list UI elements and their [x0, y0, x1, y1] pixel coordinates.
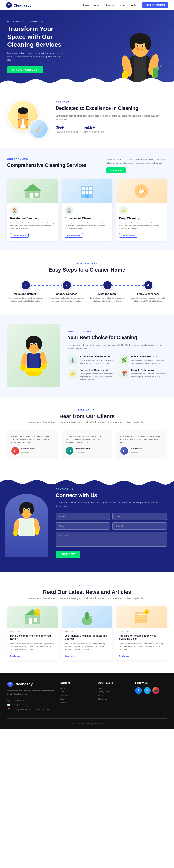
blog-date-1: APRIL 2025 [10, 631, 55, 633]
step-title-3: Meet the Team [89, 292, 126, 295]
svg-point-67 [19, 504, 23, 514]
author-info-3: Lars Peeters Customer [130, 447, 143, 454]
footer-email-text: hello@cleanasoy.com [12, 704, 31, 706]
feature-icon-2: 🌿 [119, 355, 129, 365]
svg-point-77 [34, 609, 40, 616]
blog-read-button-3[interactable]: Read more [119, 655, 129, 657]
contact-message-input[interactable] [56, 532, 167, 547]
svg-point-22 [18, 107, 28, 114]
footer-link-disclaimer[interactable]: Disclaimer [98, 698, 130, 700]
blog-img-2 [62, 606, 112, 628]
services-title: Comprehensive Cleaning Services [7, 162, 106, 168]
footer-link-faq[interactable]: FAQ [98, 687, 130, 689]
footer-phone-text: +1 (555) 456-7890 [12, 699, 28, 701]
navbar: Cleanasoy Home About Services Team Conta… [0, 0, 174, 10]
step-desc-3: Lorem ipsum dolor sit amet, consectetur … [89, 297, 126, 303]
contact-subject-input[interactable] [112, 522, 167, 530]
svg-point-62 [13, 530, 18, 536]
brand-name: Cleanasoy [13, 3, 32, 7]
blog-post-title-2: Eco-Friendly Cleaning: Products and Meth… [65, 634, 109, 641]
blog-tag: BLOG POST [7, 585, 167, 587]
footer-link-about[interactable]: About [61, 691, 92, 693]
contact-name-input[interactable] [56, 513, 110, 520]
testimonials-description: Lorem ipsum dolor sit amet, consectetur … [7, 421, 167, 424]
hero-section: WELCOME TO CLEANASOY Transform Your Spac… [0, 10, 174, 88]
nav-cta-button[interactable]: GET IN TOUCH [142, 2, 168, 8]
blog-date-2: MAY 2025 [65, 631, 109, 633]
svg-rect-80 [137, 614, 146, 615]
services-more-button[interactable]: SEE MORE [106, 167, 126, 173]
feature-text-4: Flexible Scheduling Lorem ipsum dolor si… [131, 369, 167, 378]
hero-cta-button[interactable]: MAKE APPOINTMENT [7, 66, 43, 73]
feature-desc-1: Lorem ipsum dolor sit amet, consectetur … [80, 359, 115, 365]
svg-point-52 [26, 338, 30, 349]
contact-phone-input[interactable] [56, 522, 110, 530]
blog-read-button-2[interactable]: Read more [65, 655, 74, 657]
blog-read-button-1[interactable]: Read more [10, 655, 20, 657]
svg-point-85 [10, 682, 11, 683]
feature-desc-4: Lorem ipsum dolor sit amet, consectetur … [131, 372, 167, 378]
features-grid: 👔 Experienced Professionals Lorem ipsum … [68, 355, 167, 381]
footer-link-contact[interactable]: Contact [61, 702, 92, 704]
twitter-icon[interactable]: 𝕏 [144, 687, 150, 694]
footer-email: ✉️ hello@cleanasoy.com [7, 703, 55, 707]
svg-rect-81 [137, 616, 144, 617]
deep-img-svg [132, 181, 151, 201]
footer-link-services[interactable]: Services [61, 694, 92, 696]
contact-email-input[interactable] [112, 513, 167, 520]
svg-rect-33 [85, 187, 89, 190]
testimonial-author-2: B Benjamin Shah Customer [66, 447, 108, 455]
service-card-commercial: 🏢 Commercial Cleaning Lorem ipsum dolor … [62, 179, 112, 241]
nav-contact[interactable]: Contact [129, 4, 138, 6]
testimonials-tag: TESTIMONIAL [7, 409, 167, 411]
contact-submit-button[interactable]: SEND NOW [56, 551, 80, 558]
service-card-img-1 [7, 179, 58, 203]
contact-tag: CONTACT US [56, 488, 167, 490]
service-icon-2: 🏢 [65, 206, 73, 215]
nav-team[interactable]: Team [119, 4, 126, 6]
step-4: 4 Enjoy Cleanliness Lorem ipsum dolor si… [130, 280, 167, 303]
footer-about-column: Cleanasoy Lorem ipsum dolor sit amet, co… [7, 681, 55, 712]
footer-link-blog[interactable]: Blog [61, 698, 92, 700]
service-card-img-2 [62, 179, 112, 203]
stat-customers-label: HAPPY CUSTOMER [84, 131, 104, 134]
contact-description: Lorem ipsum dolor sit amet, consectetur … [56, 501, 167, 508]
testimonial-text-3: Exceptional service each and every time.… [120, 435, 163, 444]
nav-about[interactable]: About [94, 4, 101, 6]
service-cta-3[interactable]: LEARN MORE [119, 233, 138, 238]
blog-post-title-3: Top Tips for Keeping Your Home Sparkling… [119, 634, 164, 641]
services-tag: OUR SERVICES [7, 158, 106, 160]
blog-section: BLOG POST Read Our Latest News and Artic… [0, 572, 174, 673]
step-num-3: 3 [103, 280, 112, 290]
why-person-svg [14, 329, 53, 382]
footer-link-terms[interactable]: Terms [98, 694, 130, 696]
svg-rect-82 [137, 618, 145, 619]
step-num-1: 1 [21, 280, 31, 290]
footer-link-home[interactable]: Home [61, 687, 92, 689]
testimonial-text-2: Friendly team and excellent results. The… [66, 435, 108, 444]
feature-2: 🌿 Eco-Friendly Products Lorem ipsum dolo… [119, 355, 167, 365]
feature-icon-3: ⭐ [68, 369, 77, 378]
why-tag: WHY CHOOSE US [68, 330, 167, 333]
cloud-wave [0, 76, 174, 88]
about-secondary-image: 🧹 [29, 119, 48, 138]
svg-rect-36 [85, 191, 89, 194]
email-icon: ✉️ [7, 703, 11, 707]
contact-section: CONTACT US Connect with Us Lorem ipsum d… [0, 476, 174, 572]
feature-icon-1: 👔 [68, 355, 77, 365]
about-section: 🧹 ABOUT US Dedicated to Excellence in Cl… [0, 88, 174, 148]
author-role-1: Customer [21, 452, 30, 454]
nav-services[interactable]: Services [105, 4, 115, 6]
footer-explore-column: Explore Home About Services Blog Contact [61, 681, 92, 712]
hero-description: Lorem ipsum dolor sit amet, consectetur … [7, 52, 65, 62]
service-cta-2[interactable]: LEARN MORE [65, 233, 83, 238]
facebook-icon[interactable]: f [135, 687, 142, 694]
nav-home[interactable]: Home [83, 4, 90, 6]
svg-point-1 [8, 3, 9, 4]
service-cta-1[interactable]: LEARN MORE [10, 233, 29, 238]
footer-link-privacy[interactable]: Privacy Policy [98, 691, 130, 693]
contact-form-row-1 [56, 513, 167, 520]
instagram-icon[interactable]: 📷 [152, 687, 159, 694]
step-desc-2: Lorem ipsum dolor sit amet, consectetur … [48, 297, 85, 303]
service-icon-3: ✨ [119, 206, 128, 215]
